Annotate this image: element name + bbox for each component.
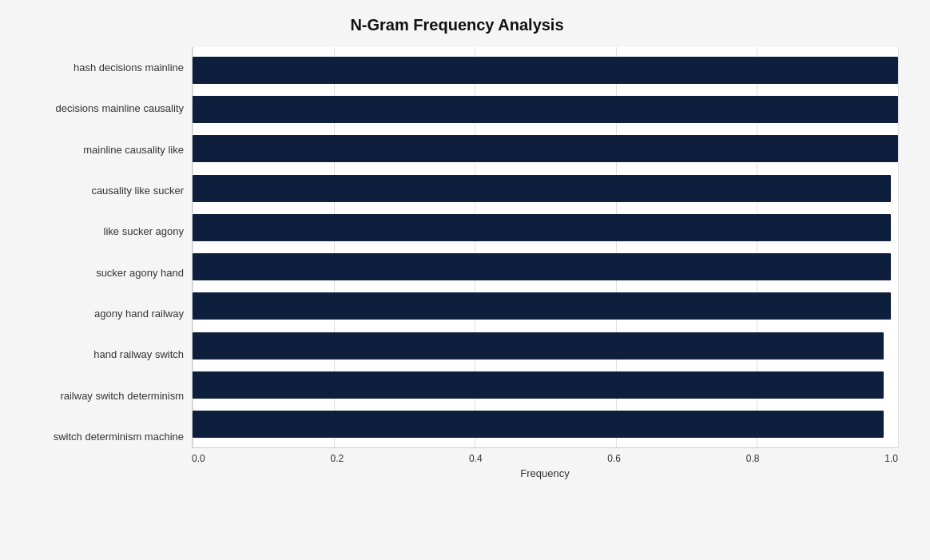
bar-row <box>193 129 898 169</box>
bar-row <box>193 50 898 89</box>
y-label: sucker agony hand <box>96 268 184 278</box>
x-axis-label: Frequency <box>192 467 898 479</box>
bar-row <box>193 89 898 129</box>
y-label: decisions mainline causality <box>56 103 184 113</box>
bar-row <box>193 405 898 444</box>
y-label: hand railway switch <box>93 349 184 359</box>
bar-row <box>193 247 898 286</box>
bar-row <box>193 208 898 247</box>
x-tick: 0.0 <box>192 453 205 464</box>
bar <box>193 175 891 202</box>
bar-row <box>193 287 898 326</box>
plot-area: 0.00.20.40.60.81.0 Frequency <box>192 47 898 479</box>
bar <box>193 96 898 123</box>
bar <box>193 57 898 84</box>
y-label: causality like sucker <box>91 185 184 196</box>
bar <box>193 135 898 162</box>
y-label: hash decisions mainline <box>74 62 184 73</box>
y-label: mainline causality like <box>83 145 184 155</box>
x-tick: 0.2 <box>330 453 344 464</box>
bar <box>193 214 891 241</box>
bar <box>193 371 884 399</box>
x-tick: 0.8 <box>746 453 760 464</box>
x-axis: 0.00.20.40.60.81.0 <box>192 448 898 464</box>
bar <box>193 292 891 320</box>
chart-area: hash decisions mainlinedecisions mainlin… <box>16 47 898 479</box>
y-label: like sucker agony <box>104 226 184 236</box>
bar-row <box>193 169 898 208</box>
grid-line <box>898 47 899 447</box>
bars-container <box>192 47 898 448</box>
bar-row <box>193 326 898 365</box>
bar <box>193 253 891 280</box>
y-label: switch determinism machine <box>54 431 184 442</box>
bar-row <box>193 365 898 404</box>
y-label: railway switch determinism <box>60 391 184 401</box>
chart-container: N-Gram Frequency Analysis hash decisions… <box>0 0 930 560</box>
x-tick: 1.0 <box>884 453 898 464</box>
bar <box>193 332 884 359</box>
chart-title: N-Gram Frequency Analysis <box>16 16 898 34</box>
x-tick: 0.4 <box>469 453 483 464</box>
bar <box>193 411 884 438</box>
y-label: agony hand railway <box>94 308 184 319</box>
x-tick: 0.6 <box>607 453 621 464</box>
y-labels: hash decisions mainlinedecisions mainlin… <box>16 47 192 479</box>
